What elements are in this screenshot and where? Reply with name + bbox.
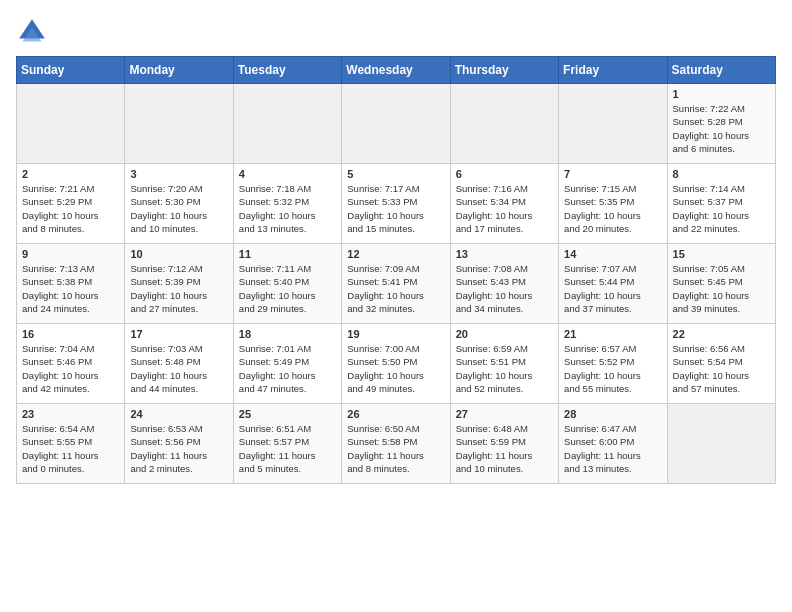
day-cell: 23Sunrise: 6:54 AM Sunset: 5:55 PM Dayli… <box>17 404 125 484</box>
day-info: Sunrise: 6:59 AM Sunset: 5:51 PM Dayligh… <box>456 342 553 395</box>
day-cell: 12Sunrise: 7:09 AM Sunset: 5:41 PM Dayli… <box>342 244 450 324</box>
day-info: Sunrise: 7:21 AM Sunset: 5:29 PM Dayligh… <box>22 182 119 235</box>
day-number: 13 <box>456 248 553 260</box>
day-info: Sunrise: 6:56 AM Sunset: 5:54 PM Dayligh… <box>673 342 770 395</box>
week-row-1: 1Sunrise: 7:22 AM Sunset: 5:28 PM Daylig… <box>17 84 776 164</box>
day-cell <box>667 404 775 484</box>
day-cell: 17Sunrise: 7:03 AM Sunset: 5:48 PM Dayli… <box>125 324 233 404</box>
weekday-header-tuesday: Tuesday <box>233 57 341 84</box>
weekday-header-row: SundayMondayTuesdayWednesdayThursdayFrid… <box>17 57 776 84</box>
day-number: 1 <box>673 88 770 100</box>
day-info: Sunrise: 7:08 AM Sunset: 5:43 PM Dayligh… <box>456 262 553 315</box>
day-cell: 28Sunrise: 6:47 AM Sunset: 6:00 PM Dayli… <box>559 404 667 484</box>
day-info: Sunrise: 7:03 AM Sunset: 5:48 PM Dayligh… <box>130 342 227 395</box>
week-row-2: 2Sunrise: 7:21 AM Sunset: 5:29 PM Daylig… <box>17 164 776 244</box>
day-info: Sunrise: 7:09 AM Sunset: 5:41 PM Dayligh… <box>347 262 444 315</box>
day-cell <box>125 84 233 164</box>
day-cell: 15Sunrise: 7:05 AM Sunset: 5:45 PM Dayli… <box>667 244 775 324</box>
day-info: Sunrise: 7:13 AM Sunset: 5:38 PM Dayligh… <box>22 262 119 315</box>
day-info: Sunrise: 7:01 AM Sunset: 5:49 PM Dayligh… <box>239 342 336 395</box>
header <box>16 16 776 48</box>
calendar-table: SundayMondayTuesdayWednesdayThursdayFrid… <box>16 56 776 484</box>
day-number: 10 <box>130 248 227 260</box>
day-info: Sunrise: 7:07 AM Sunset: 5:44 PM Dayligh… <box>564 262 661 315</box>
day-number: 20 <box>456 328 553 340</box>
day-info: Sunrise: 7:15 AM Sunset: 5:35 PM Dayligh… <box>564 182 661 235</box>
day-cell: 9Sunrise: 7:13 AM Sunset: 5:38 PM Daylig… <box>17 244 125 324</box>
day-info: Sunrise: 6:57 AM Sunset: 5:52 PM Dayligh… <box>564 342 661 395</box>
day-cell: 1Sunrise: 7:22 AM Sunset: 5:28 PM Daylig… <box>667 84 775 164</box>
day-number: 6 <box>456 168 553 180</box>
day-number: 12 <box>347 248 444 260</box>
day-info: Sunrise: 7:22 AM Sunset: 5:28 PM Dayligh… <box>673 102 770 155</box>
day-number: 28 <box>564 408 661 420</box>
day-info: Sunrise: 7:04 AM Sunset: 5:46 PM Dayligh… <box>22 342 119 395</box>
day-info: Sunrise: 7:14 AM Sunset: 5:37 PM Dayligh… <box>673 182 770 235</box>
day-number: 2 <box>22 168 119 180</box>
week-row-4: 16Sunrise: 7:04 AM Sunset: 5:46 PM Dayli… <box>17 324 776 404</box>
day-number: 14 <box>564 248 661 260</box>
day-info: Sunrise: 6:53 AM Sunset: 5:56 PM Dayligh… <box>130 422 227 475</box>
logo <box>16 16 52 48</box>
day-cell: 16Sunrise: 7:04 AM Sunset: 5:46 PM Dayli… <box>17 324 125 404</box>
day-cell <box>17 84 125 164</box>
day-number: 7 <box>564 168 661 180</box>
day-info: Sunrise: 7:18 AM Sunset: 5:32 PM Dayligh… <box>239 182 336 235</box>
day-info: Sunrise: 7:00 AM Sunset: 5:50 PM Dayligh… <box>347 342 444 395</box>
day-cell: 26Sunrise: 6:50 AM Sunset: 5:58 PM Dayli… <box>342 404 450 484</box>
day-number: 11 <box>239 248 336 260</box>
day-number: 24 <box>130 408 227 420</box>
day-info: Sunrise: 7:17 AM Sunset: 5:33 PM Dayligh… <box>347 182 444 235</box>
day-cell: 18Sunrise: 7:01 AM Sunset: 5:49 PM Dayli… <box>233 324 341 404</box>
day-number: 17 <box>130 328 227 340</box>
week-row-3: 9Sunrise: 7:13 AM Sunset: 5:38 PM Daylig… <box>17 244 776 324</box>
day-info: Sunrise: 6:47 AM Sunset: 6:00 PM Dayligh… <box>564 422 661 475</box>
day-number: 4 <box>239 168 336 180</box>
day-info: Sunrise: 6:48 AM Sunset: 5:59 PM Dayligh… <box>456 422 553 475</box>
day-cell: 11Sunrise: 7:11 AM Sunset: 5:40 PM Dayli… <box>233 244 341 324</box>
weekday-header-friday: Friday <box>559 57 667 84</box>
day-number: 16 <box>22 328 119 340</box>
day-cell: 27Sunrise: 6:48 AM Sunset: 5:59 PM Dayli… <box>450 404 558 484</box>
weekday-header-monday: Monday <box>125 57 233 84</box>
logo-icon <box>16 16 48 48</box>
day-cell: 19Sunrise: 7:00 AM Sunset: 5:50 PM Dayli… <box>342 324 450 404</box>
day-cell: 24Sunrise: 6:53 AM Sunset: 5:56 PM Dayli… <box>125 404 233 484</box>
day-cell: 6Sunrise: 7:16 AM Sunset: 5:34 PM Daylig… <box>450 164 558 244</box>
day-cell: 10Sunrise: 7:12 AM Sunset: 5:39 PM Dayli… <box>125 244 233 324</box>
day-number: 25 <box>239 408 336 420</box>
week-row-5: 23Sunrise: 6:54 AM Sunset: 5:55 PM Dayli… <box>17 404 776 484</box>
day-number: 26 <box>347 408 444 420</box>
day-info: Sunrise: 7:20 AM Sunset: 5:30 PM Dayligh… <box>130 182 227 235</box>
weekday-header-saturday: Saturday <box>667 57 775 84</box>
day-number: 19 <box>347 328 444 340</box>
day-number: 23 <box>22 408 119 420</box>
day-cell: 13Sunrise: 7:08 AM Sunset: 5:43 PM Dayli… <box>450 244 558 324</box>
weekday-header-thursday: Thursday <box>450 57 558 84</box>
day-cell: 14Sunrise: 7:07 AM Sunset: 5:44 PM Dayli… <box>559 244 667 324</box>
day-info: Sunrise: 6:51 AM Sunset: 5:57 PM Dayligh… <box>239 422 336 475</box>
weekday-header-wednesday: Wednesday <box>342 57 450 84</box>
day-cell: 2Sunrise: 7:21 AM Sunset: 5:29 PM Daylig… <box>17 164 125 244</box>
day-number: 21 <box>564 328 661 340</box>
weekday-header-sunday: Sunday <box>17 57 125 84</box>
day-info: Sunrise: 7:05 AM Sunset: 5:45 PM Dayligh… <box>673 262 770 315</box>
day-number: 3 <box>130 168 227 180</box>
day-cell: 22Sunrise: 6:56 AM Sunset: 5:54 PM Dayli… <box>667 324 775 404</box>
day-cell: 25Sunrise: 6:51 AM Sunset: 5:57 PM Dayli… <box>233 404 341 484</box>
day-number: 18 <box>239 328 336 340</box>
day-cell: 7Sunrise: 7:15 AM Sunset: 5:35 PM Daylig… <box>559 164 667 244</box>
day-cell: 20Sunrise: 6:59 AM Sunset: 5:51 PM Dayli… <box>450 324 558 404</box>
day-cell <box>559 84 667 164</box>
day-cell: 8Sunrise: 7:14 AM Sunset: 5:37 PM Daylig… <box>667 164 775 244</box>
day-info: Sunrise: 6:54 AM Sunset: 5:55 PM Dayligh… <box>22 422 119 475</box>
day-info: Sunrise: 6:50 AM Sunset: 5:58 PM Dayligh… <box>347 422 444 475</box>
day-number: 15 <box>673 248 770 260</box>
day-number: 27 <box>456 408 553 420</box>
day-cell <box>450 84 558 164</box>
day-number: 8 <box>673 168 770 180</box>
day-info: Sunrise: 7:12 AM Sunset: 5:39 PM Dayligh… <box>130 262 227 315</box>
day-number: 5 <box>347 168 444 180</box>
day-number: 9 <box>22 248 119 260</box>
day-cell: 3Sunrise: 7:20 AM Sunset: 5:30 PM Daylig… <box>125 164 233 244</box>
